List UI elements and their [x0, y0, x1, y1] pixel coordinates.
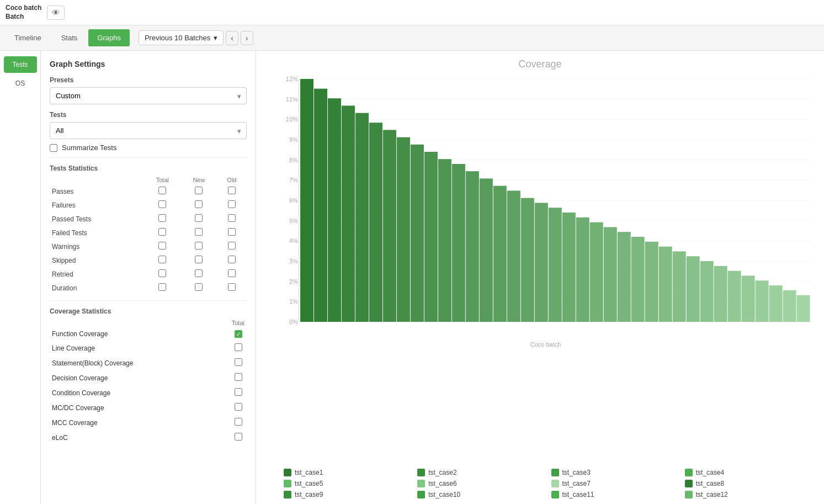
- legend-label: tst_case6: [428, 480, 456, 487]
- stat-new-checkbox[interactable]: [195, 256, 203, 263]
- stat-new-checkbox[interactable]: [195, 200, 203, 208]
- prev-batch-button[interactable]: ‹: [226, 31, 238, 45]
- stats-title: Tests Statistics: [50, 165, 247, 172]
- stat-total-checkbox[interactable]: [158, 256, 166, 263]
- eye-button[interactable]: 👁: [47, 6, 65, 20]
- stat-new-checkbox[interactable]: [195, 283, 203, 291]
- legend-label: tst_case2: [428, 469, 456, 476]
- bar: [300, 79, 313, 322]
- svg-text:7%: 7%: [289, 177, 298, 183]
- legend-color-swatch: [417, 491, 425, 498]
- summarize-tests-row: Summarize Tests: [50, 144, 247, 152]
- stat-old-checkbox[interactable]: [228, 269, 236, 277]
- bar: [687, 256, 700, 322]
- coverage-label: Statement(Block) Coverage: [50, 356, 214, 370]
- stat-total-checkbox[interactable]: [158, 214, 166, 222]
- stat-old-checkbox[interactable]: [228, 242, 236, 250]
- legend-label: tst_case7: [562, 480, 591, 487]
- bar: [769, 285, 783, 322]
- stat-old-checkbox[interactable]: [228, 200, 236, 208]
- coverage-checkbox[interactable]: [235, 433, 242, 441]
- bar: [452, 164, 465, 322]
- tests-select[interactable]: All: [50, 122, 247, 139]
- bar: [549, 208, 562, 322]
- bar: [631, 237, 645, 322]
- coverage-label: Function Coverage: [50, 327, 214, 341]
- next-batch-button[interactable]: ›: [241, 31, 253, 45]
- tab-stats[interactable]: Stats: [52, 29, 87, 46]
- table-row: Failed Tests: [50, 226, 247, 240]
- bar: [507, 190, 520, 322]
- legend-item: tst_case12: [685, 491, 813, 498]
- stat-total-checkbox[interactable]: [158, 200, 166, 208]
- table-row: Skipped: [50, 253, 247, 267]
- table-row: Decision Coverage: [50, 370, 247, 385]
- summarize-tests-checkbox[interactable]: [50, 144, 57, 152]
- coverage-checked-icon[interactable]: ✓: [235, 330, 242, 338]
- coverage-checkbox[interactable]: [235, 343, 242, 351]
- coverage-checkbox[interactable]: [235, 388, 242, 396]
- coverage-checkbox[interactable]: [235, 373, 242, 381]
- bar: [424, 152, 438, 322]
- stat-label: Failed Tests: [50, 226, 144, 240]
- svg-text:3%: 3%: [289, 258, 298, 264]
- coverage-checkbox[interactable]: [235, 418, 242, 426]
- stat-old-checkbox[interactable]: [228, 256, 236, 263]
- legend-color-swatch: [685, 469, 693, 476]
- legend-color-swatch: [284, 480, 291, 487]
- stat-old-checkbox[interactable]: [228, 228, 236, 236]
- x-axis-label: Coco batch: [278, 340, 813, 351]
- legend-item: tst_case11: [551, 491, 679, 498]
- bar: [438, 159, 451, 322]
- stat-old-checkbox[interactable]: [228, 187, 236, 194]
- tab-timeline[interactable]: Timeline: [6, 29, 50, 46]
- sidebar: Tests OS: [0, 51, 41, 504]
- stat-label: Passed Tests: [50, 212, 144, 226]
- table-row: MC/DC Coverage: [50, 400, 247, 415]
- tab-graphs[interactable]: Graphs: [88, 29, 130, 46]
- stat-new-checkbox[interactable]: [195, 269, 203, 277]
- bar: [369, 123, 382, 322]
- bar: [480, 178, 493, 322]
- bar: [521, 198, 534, 322]
- svg-text:9%: 9%: [289, 136, 298, 143]
- tests-select-wrapper: All ▾: [50, 122, 247, 139]
- coverage-checkbox[interactable]: [235, 358, 242, 366]
- coverage-checkbox[interactable]: [235, 403, 242, 411]
- bar: [535, 203, 548, 322]
- presets-select[interactable]: Custom: [50, 87, 247, 104]
- bar: [783, 290, 796, 322]
- stat-old-checkbox[interactable]: [228, 214, 236, 222]
- bar: [645, 242, 658, 322]
- coverage-label: Decision Coverage: [50, 370, 214, 385]
- legend-label: tst_case11: [562, 491, 594, 498]
- batch-dropdown[interactable]: Previous 10 Batches ▾: [139, 30, 224, 45]
- stat-old-checkbox[interactable]: [228, 283, 236, 291]
- stat-new-checkbox[interactable]: [195, 228, 203, 236]
- chart-area: Coverage 0%1%2%3%4%5%6%7%8%9%10%11%12% C…: [256, 51, 824, 504]
- bar: [383, 130, 396, 322]
- bar: [673, 251, 686, 322]
- stat-total-checkbox[interactable]: [158, 228, 166, 236]
- svg-text:6%: 6%: [289, 197, 298, 204]
- presets-label: Presets: [50, 76, 247, 84]
- stat-total-checkbox[interactable]: [158, 187, 166, 194]
- presets-select-wrapper: Custom ▾: [50, 87, 247, 104]
- stat-label: Duration: [50, 281, 144, 295]
- sidebar-item-os[interactable]: OS: [4, 75, 37, 92]
- stat-total-checkbox[interactable]: [158, 283, 166, 291]
- stat-new-checkbox[interactable]: [195, 242, 203, 250]
- svg-text:2%: 2%: [289, 278, 298, 285]
- legend-item: tst_case10: [417, 491, 545, 498]
- bar: [576, 217, 589, 322]
- batch-selector: Previous 10 Batches ▾ ‹ ›: [139, 30, 253, 45]
- sidebar-item-tests[interactable]: Tests: [4, 56, 37, 73]
- stat-new-checkbox[interactable]: [195, 214, 203, 222]
- stats-col-new: New: [181, 176, 217, 184]
- legend-item: tst_case1: [284, 469, 412, 476]
- stat-new-checkbox[interactable]: [195, 187, 203, 194]
- legend-label: tst_case8: [696, 480, 724, 487]
- stat-total-checkbox[interactable]: [158, 242, 166, 250]
- bar: [604, 227, 617, 322]
- stat-total-checkbox[interactable]: [158, 269, 166, 277]
